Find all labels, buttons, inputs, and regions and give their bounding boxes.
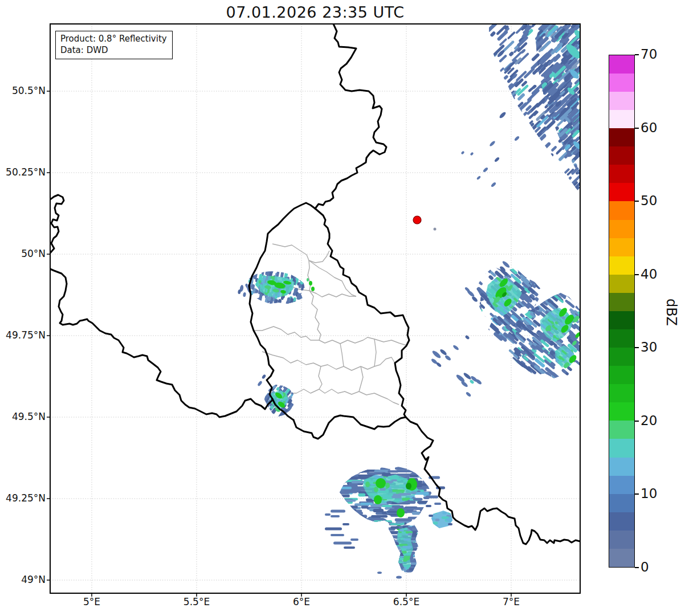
colorbar-band [609,74,634,92]
colorbar-band [609,110,634,128]
colorbar-tick-mark [635,201,639,202]
product-info-box: Product: 0.8° Reflectivity Data: DWD [55,31,173,59]
colorbar-band [609,384,634,402]
map-canvas [0,0,685,616]
x-tick-label: 5°E [66,596,117,607]
colorbar-tick-label: 50 [641,193,657,208]
colorbar-band [609,201,634,219]
product-line: Product: 0.8° Reflectivity [60,33,167,44]
colorbar-band [609,238,634,256]
colorbar-tick-mark [635,128,639,129]
radar-echoes [238,17,587,579]
colorbar-band [609,494,634,512]
colorbar-band [609,165,634,183]
y-tick-label: 49.5°N [0,411,46,422]
colorbar-band [609,293,634,311]
colorbar-axis-label: dBZ [663,297,679,327]
y-tick-label: 49.25°N [0,492,46,504]
colorbar-band [609,531,634,549]
radar-site-marker [413,216,421,224]
colorbar-band [609,402,634,421]
colorbar-band [609,146,634,165]
colorbar-band [609,92,634,110]
colorbar-tick-label: 20 [641,413,657,428]
colorbar-tick-mark [635,347,639,348]
colorbar-band [609,220,634,238]
colorbar-band [609,256,634,275]
colorbar-tick-label: 70 [641,47,657,62]
y-tick-label: 50°N [0,248,46,259]
x-tick-label: 6°E [276,596,327,607]
colorbar-band [609,549,634,567]
colorbar-tick-label: 0 [641,560,649,574]
colorbar-tick-mark [635,274,639,275]
colorbar-band [609,329,634,348]
colorbar-tick-label: 60 [641,120,657,135]
colorbar [609,55,635,568]
colorbar-tick-mark [635,493,639,495]
data-source-line: Data: DWD [60,44,167,56]
colorbar-tick-mark [635,421,639,422]
colorbar-band [609,458,634,476]
colorbar-band [609,421,634,439]
map-content [50,17,586,593]
x-tick-label: 6.5°E [381,596,432,607]
radar-figure: 07.01.2026 23:35 UTC Product: 0.8° Refle… [0,0,685,616]
y-tick-label: 49.75°N [0,329,46,341]
x-tick-label: 7°E [486,596,537,607]
colorbar-tick-mark [635,54,639,55]
colorbar-band [609,128,634,146]
colorbar-band [609,275,634,293]
colorbar-band [609,183,634,201]
colorbar-band [609,366,634,384]
colorbar-band [609,348,634,366]
y-tick-label: 50.25°N [0,166,46,178]
colorbar-band [609,439,634,457]
colorbar-band [609,311,634,329]
colorbar-band [609,476,634,494]
y-tick-label: 49°N [0,574,46,585]
colorbar-tick-mark [635,567,639,568]
admin-borders [252,244,406,405]
colorbar-band [609,512,634,531]
colorbar-band [609,55,634,74]
x-tick-label: 5.5°E [171,596,222,607]
y-tick-label: 50.5°N [0,85,46,96]
colorbar-tick-label: 40 [641,267,657,282]
colorbar-tick-label: 30 [641,340,657,354]
colorbar-tick-label: 10 [641,486,657,501]
